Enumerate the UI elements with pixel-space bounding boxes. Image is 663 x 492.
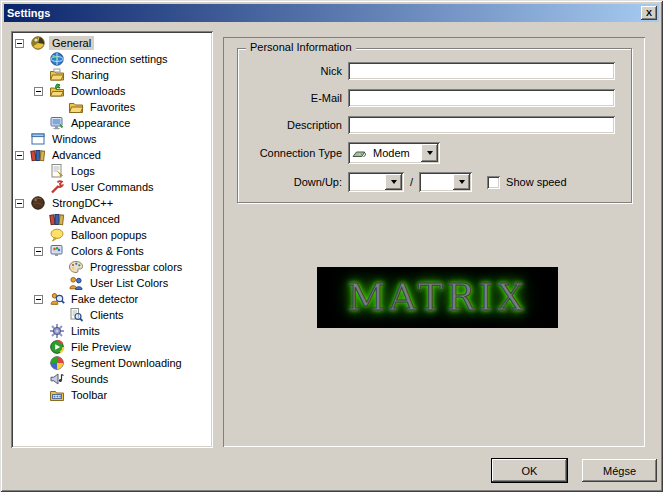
tree-item-progressbar-colors[interactable]: Progressbar colors — [11, 259, 213, 275]
show-speed-label[interactable]: Show speed — [506, 176, 567, 188]
colors-fonts-icon — [49, 243, 65, 259]
collapse-minus-icon[interactable] — [15, 35, 30, 51]
expander-spacer — [34, 227, 49, 243]
downup-label: Down/Up: — [244, 176, 342, 188]
expander-spacer — [34, 211, 49, 227]
tree-item-appearance[interactable]: Appearance — [11, 115, 213, 131]
speaker-icon — [49, 371, 65, 387]
tree-item-logs[interactable]: Logs — [11, 163, 213, 179]
tree-item-toolbar[interactable]: Toolbar — [11, 387, 213, 403]
collapse-minus-icon[interactable] — [34, 83, 49, 99]
tree-item-strongdc[interactable]: StrongDC++ — [11, 195, 213, 211]
expander-spacer — [34, 67, 49, 83]
users-icon — [68, 275, 84, 291]
tree-item-limits[interactable]: Limits — [11, 323, 213, 339]
settings-page-panel: Personal Information Nick E-Mail Descrip… — [223, 37, 645, 447]
nick-row: Nick — [244, 61, 615, 81]
matrix-logo: MATRIX — [317, 267, 558, 328]
email-input[interactable] — [348, 89, 615, 107]
tree-item-label: Fake detector — [68, 292, 141, 306]
expander-spacer — [34, 339, 49, 355]
tree-item-general[interactable]: General — [11, 35, 213, 51]
tree-item-windows[interactable]: Windows — [11, 131, 213, 147]
expander-spacer — [34, 163, 49, 179]
tree-item-fake-detector[interactable]: Fake detector — [11, 291, 213, 307]
connection-type-select[interactable]: Modem — [348, 142, 440, 164]
download-speed-select[interactable] — [348, 172, 404, 192]
tree-item-label: Downloads — [68, 84, 128, 98]
expander-spacer — [53, 99, 68, 115]
collapse-minus-icon[interactable] — [34, 291, 49, 307]
tree-item-advanced[interactable]: Advanced — [11, 211, 213, 227]
tree-item-label: Advanced — [68, 212, 123, 226]
tree-item-connection-settings[interactable]: Connection settings — [11, 51, 213, 67]
collapse-minus-icon[interactable] — [15, 195, 30, 211]
tree-item-clients[interactable]: Clients — [11, 307, 213, 323]
chevron-down-icon[interactable] — [453, 174, 470, 190]
expander-spacer — [53, 259, 68, 275]
tree-item-file-preview[interactable]: File Preview — [11, 339, 213, 355]
tree-item-label: Colors & Fonts — [68, 244, 147, 258]
cancel-button[interactable]: Mégse — [582, 459, 657, 482]
beachball-icon — [30, 35, 46, 51]
expander-spacer — [53, 307, 68, 323]
tree-item-label: Sharing — [68, 68, 112, 82]
tree-item-label: Clients — [87, 308, 127, 322]
expander-spacer — [34, 179, 49, 195]
title-bar: Settings X — [4, 4, 659, 22]
modem-icon — [351, 145, 367, 161]
expander-spacer — [34, 115, 49, 131]
tree-item-user-commands[interactable]: User Commands — [11, 179, 213, 195]
upload-speed-select[interactable] — [419, 172, 472, 192]
cancel-button-label: Mégse — [603, 465, 636, 477]
palette-icon — [68, 259, 84, 275]
slash-separator: / — [410, 176, 413, 188]
chevron-down-icon[interactable] — [421, 144, 438, 162]
settings-dialog: Settings X GeneralConnection settingsSha… — [0, 0, 663, 492]
balloon-icon — [49, 227, 65, 243]
matrix-logo-text: MATRIX — [347, 276, 527, 319]
email-row: E-Mail — [244, 88, 615, 108]
fake-detector-icon — [49, 291, 65, 307]
description-label: Description — [244, 119, 342, 131]
window-title: Settings — [4, 7, 50, 19]
group-title: Personal Information — [246, 41, 356, 53]
tree-item-favorites[interactable]: Favorites — [11, 99, 213, 115]
collapse-minus-icon[interactable] — [15, 147, 30, 163]
media-player-icon — [49, 339, 65, 355]
ok-button[interactable]: OK — [491, 458, 568, 483]
tree-item-label: Connection settings — [68, 52, 171, 66]
tree-item-sharing[interactable]: Sharing — [11, 67, 213, 83]
chevron-down-icon[interactable] — [385, 174, 402, 190]
tree-item-user-list-colors[interactable]: User List Colors — [11, 275, 213, 291]
tree-item-advanced[interactable]: Advanced — [11, 147, 213, 163]
expander-spacer — [53, 275, 68, 291]
shared-folder-icon — [49, 67, 65, 83]
description-row: Description — [244, 115, 615, 135]
close-button[interactable]: X — [641, 6, 657, 20]
expander-spacer — [34, 51, 49, 67]
tree-item-downloads[interactable]: Downloads — [11, 83, 213, 99]
magnifier-doc-icon — [68, 307, 84, 323]
show-speed-checkbox-group: Show speed — [487, 176, 567, 189]
tree-item-label: Segment Downloading — [68, 356, 185, 370]
nick-label: Nick — [244, 65, 342, 77]
tree-item-label: Limits — [68, 324, 103, 338]
settings-tree: GeneralConnection settingsSharingDownloa… — [11, 31, 213, 448]
tree-item-label: User List Colors — [87, 276, 171, 290]
window-icon — [30, 131, 46, 147]
show-speed-checkbox[interactable] — [487, 176, 500, 189]
wrench-icon — [49, 179, 65, 195]
tree-item-balloon-popups[interactable]: Balloon popups — [11, 227, 213, 243]
tree-item-segment-downloading[interactable]: Segment Downloading — [11, 355, 213, 371]
collapse-minus-icon[interactable] — [34, 243, 49, 259]
description-input[interactable] — [348, 116, 615, 134]
tree-item-colors-fonts[interactable]: Colors & Fonts — [11, 243, 213, 259]
email-label: E-Mail — [244, 92, 342, 104]
ok-button-label: OK — [492, 459, 567, 482]
connection-type-label: Connection Type — [244, 147, 342, 159]
tree-item-label: Sounds — [68, 372, 111, 386]
connection-type-row: Connection Type Modem — [244, 142, 615, 164]
nick-input[interactable] — [348, 62, 615, 80]
tree-item-sounds[interactable]: Sounds — [11, 371, 213, 387]
